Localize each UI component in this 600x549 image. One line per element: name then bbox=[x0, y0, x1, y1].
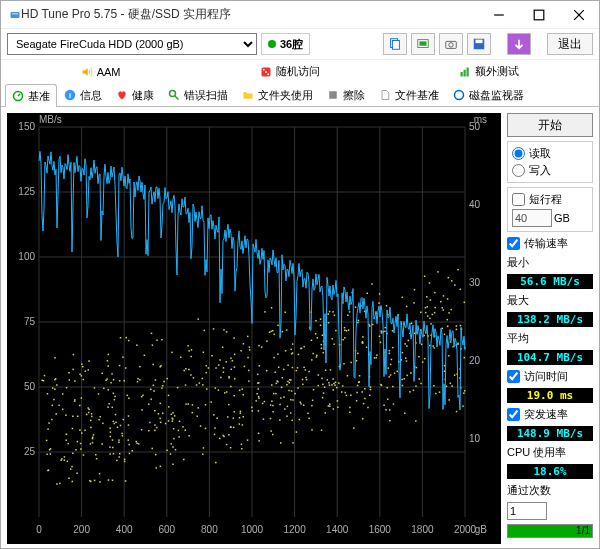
options-button[interactable] bbox=[507, 33, 531, 55]
start-button[interactable]: 开始 bbox=[507, 113, 593, 137]
svg-rect-7 bbox=[392, 41, 399, 50]
burst-check[interactable]: 突发速率 bbox=[507, 407, 593, 422]
access-value: 19.0 ms bbox=[507, 388, 593, 403]
access-check[interactable]: 访问时间 bbox=[507, 369, 593, 384]
shortstroke-input[interactable] bbox=[512, 209, 552, 227]
monitor-icon bbox=[453, 89, 465, 101]
progress-bar: 1/1 bbox=[507, 524, 593, 538]
max-value: 138.2 MB/s bbox=[507, 312, 593, 327]
min-value: 56.6 MB/s bbox=[507, 274, 593, 289]
svg-rect-1 bbox=[12, 13, 18, 14]
svg-rect-9 bbox=[420, 41, 427, 45]
maximize-button[interactable] bbox=[519, 1, 559, 29]
svg-point-17 bbox=[265, 71, 267, 73]
benchmark-chart bbox=[7, 113, 501, 544]
svg-point-16 bbox=[267, 73, 269, 75]
temp-status-icon bbox=[268, 40, 276, 48]
temperature-display: 36腔 bbox=[261, 33, 310, 55]
folder-icon bbox=[242, 89, 254, 101]
gauge-icon bbox=[12, 90, 24, 102]
save-button[interactable] bbox=[467, 33, 491, 55]
svg-line-22 bbox=[18, 94, 20, 96]
cpu-label: CPU 使用率 bbox=[507, 445, 593, 460]
avg-value: 104.7 MB/s bbox=[507, 350, 593, 365]
drive-select[interactable]: Seagate FireCuda HDD (2000 gB) bbox=[7, 33, 257, 55]
copy-info-button[interactable] bbox=[383, 33, 407, 55]
tab-benchmark[interactable]: 基准 bbox=[5, 84, 57, 107]
svg-line-26 bbox=[175, 96, 179, 100]
svg-rect-0 bbox=[11, 12, 20, 18]
info-icon: i bbox=[64, 89, 76, 101]
passes-input[interactable] bbox=[507, 502, 547, 520]
aam-link[interactable]: AAM bbox=[81, 66, 121, 78]
dice-icon bbox=[260, 66, 272, 78]
svg-rect-20 bbox=[467, 67, 469, 76]
svg-point-25 bbox=[170, 91, 176, 97]
chart-icon bbox=[459, 66, 471, 78]
extra-tests-link[interactable]: 额外测试 bbox=[459, 64, 519, 79]
tab-errorscan[interactable]: 错误扫描 bbox=[161, 83, 235, 106]
temp-value: 36腔 bbox=[280, 37, 303, 52]
svg-point-15 bbox=[263, 68, 265, 70]
svg-rect-27 bbox=[329, 91, 337, 99]
random-access-link[interactable]: 随机访问 bbox=[260, 64, 320, 79]
speaker-icon bbox=[81, 66, 93, 78]
health-icon bbox=[116, 89, 128, 101]
read-radio[interactable]: 读取 bbox=[512, 146, 588, 161]
svg-rect-19 bbox=[464, 69, 466, 76]
burst-value: 148.9 MB/s bbox=[507, 426, 593, 441]
app-icon bbox=[9, 9, 21, 21]
transferrate-check[interactable]: 传输速率 bbox=[507, 236, 593, 251]
minimize-button[interactable] bbox=[479, 1, 519, 29]
avg-label: 平均 bbox=[507, 331, 593, 346]
svg-rect-13 bbox=[476, 40, 483, 44]
search-icon bbox=[168, 89, 180, 101]
screenshot-button[interactable] bbox=[411, 33, 435, 55]
file-icon bbox=[379, 89, 391, 101]
erase-icon bbox=[327, 89, 339, 101]
tab-folder[interactable]: 文件夹使用 bbox=[235, 83, 320, 106]
max-label: 最大 bbox=[507, 293, 593, 308]
min-label: 最小 bbox=[507, 255, 593, 270]
svg-text:i: i bbox=[69, 91, 71, 100]
shortstroke-check[interactable]: 短行程 bbox=[512, 192, 588, 207]
tab-filebench[interactable]: 文件基准 bbox=[372, 83, 446, 106]
window-title: HD Tune Pro 5.75 - 硬盘/SSD 实用程序 bbox=[21, 6, 479, 23]
write-radio[interactable]: 写入 bbox=[512, 163, 588, 178]
camera-button[interactable] bbox=[439, 33, 463, 55]
tab-erase[interactable]: 擦除 bbox=[320, 83, 372, 106]
close-button[interactable] bbox=[559, 1, 599, 29]
tab-monitor[interactable]: 磁盘监视器 bbox=[446, 83, 531, 106]
svg-point-28 bbox=[455, 91, 464, 100]
tab-info[interactable]: i信息 bbox=[57, 83, 109, 106]
exit-button[interactable]: 退出 bbox=[547, 33, 593, 55]
tab-health[interactable]: 健康 bbox=[109, 83, 161, 106]
svg-rect-18 bbox=[461, 72, 463, 77]
cpu-value: 18.6% bbox=[507, 464, 593, 479]
svg-rect-3 bbox=[534, 10, 544, 20]
passes-label: 通过次数 bbox=[507, 483, 593, 498]
svg-point-11 bbox=[449, 43, 453, 47]
